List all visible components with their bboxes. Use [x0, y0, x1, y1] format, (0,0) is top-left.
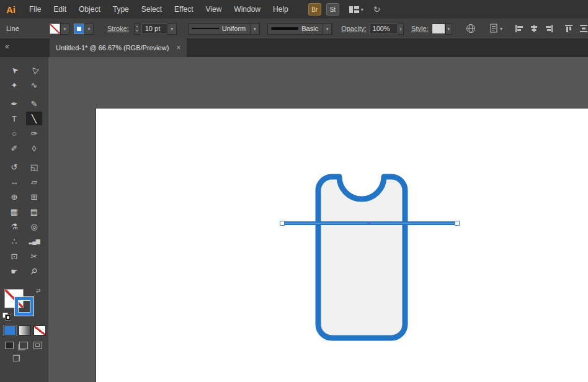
line-segment-tool[interactable]: ╲: [26, 112, 42, 125]
tool-row: ✒ ✎: [0, 97, 48, 110]
shape-builder-tool[interactable]: ⊕: [6, 190, 22, 203]
menu-edit[interactable]: Edit: [47, 0, 73, 19]
blend-tool[interactable]: ◎: [26, 220, 42, 233]
menu-select[interactable]: Select: [135, 0, 168, 19]
width-tool[interactable]: ↔: [6, 175, 22, 189]
brush-chevron-icon[interactable]: ▾: [323, 23, 332, 35]
ellipse-tool[interactable]: ○: [6, 127, 22, 140]
stroke-weight-value[interactable]: 10 pt: [141, 24, 167, 34]
draw-behind-icon[interactable]: [19, 342, 28, 349]
artboard-tool[interactable]: ⊡: [6, 249, 22, 263]
style-chevron-icon[interactable]: ▾: [445, 23, 452, 35]
zoom-tool[interactable]: ⚲: [26, 264, 42, 278]
paintbrush-tool[interactable]: ✑: [26, 127, 42, 140]
fill-chevron-icon[interactable]: ▾: [60, 23, 69, 35]
stroke-color-swatch[interactable]: [74, 24, 84, 34]
illustrator-logo: Ai: [6, 4, 16, 15]
menu-effect[interactable]: Effect: [168, 0, 199, 19]
document-setup-button[interactable]: ▾: [489, 24, 502, 33]
menu-type[interactable]: Type: [107, 0, 135, 19]
free-transform-tool[interactable]: ▱: [26, 175, 42, 189]
collapse-panel-icon[interactable]: «: [5, 42, 9, 51]
default-fill-stroke-icon[interactable]: [2, 313, 12, 321]
document-tab[interactable]: Untitled-1* @ 66.67% (RGB/Preview) ×: [50, 38, 187, 57]
recolor-artwork-button[interactable]: [466, 24, 476, 33]
opacity-more-icon[interactable]: ›: [398, 23, 404, 35]
align-left-icon: [515, 24, 523, 33]
none-button[interactable]: [33, 326, 46, 335]
stroke-profile-chevron-icon[interactable]: ▾: [250, 23, 259, 35]
stepper-down-icon[interactable]: ▾: [135, 29, 140, 33]
stroke-chevron-icon[interactable]: ▾: [84, 23, 94, 35]
anchor-handle-left[interactable]: [280, 221, 285, 226]
column-graph-tool[interactable]: ▂▄▆: [26, 234, 42, 248]
style-swatch[interactable]: [432, 24, 445, 34]
align-center-icon: [530, 24, 538, 33]
stroke-swatch-blue[interactable]: [15, 297, 33, 316]
color-button[interactable]: [4, 326, 16, 335]
perspective-grid-tool[interactable]: ⊞: [26, 190, 42, 203]
menu-file[interactable]: File: [23, 0, 47, 19]
tool-row: ⊡ ✂: [0, 249, 48, 263]
canvas-area[interactable]: [48, 57, 588, 382]
menu-help[interactable]: Help: [267, 0, 295, 19]
stroke-label[interactable]: Stroke:: [107, 25, 129, 32]
fill-color-swatch[interactable]: [50, 24, 60, 34]
pen-tool[interactable]: ✒: [6, 97, 22, 110]
drawing-mode-buttons: [5, 342, 42, 349]
stroke-weight-chevron-icon[interactable]: ▾: [167, 23, 177, 35]
bridge-button[interactable]: Br: [308, 3, 321, 16]
tool-row: ○ ✑: [0, 127, 48, 140]
lasso-tool[interactable]: ∿: [26, 78, 42, 92]
magic-wand-tool[interactable]: ✦: [6, 78, 22, 92]
curvature-tool[interactable]: ✎: [26, 97, 42, 110]
pencil-tool[interactable]: ✐: [6, 141, 22, 155]
document-tab-bar: « Untitled-1* @ 66.67% (RGB/Preview) ×: [0, 38, 588, 57]
direct-selection-tool[interactable]: ▷: [26, 63, 42, 77]
opacity-input[interactable]: 100%: [369, 24, 398, 34]
stroke-profile-select[interactable]: Uniform ▾: [188, 23, 261, 35]
menu-window[interactable]: Window: [228, 0, 267, 19]
swap-fill-stroke-icon[interactable]: ⇄: [36, 288, 41, 294]
symbol-sprayer-tool[interactable]: ∴: [6, 234, 22, 248]
workspace-switcher-button[interactable]: ▾: [349, 6, 363, 13]
draw-normal-icon[interactable]: [5, 342, 14, 349]
selection-tool[interactable]: ➤: [6, 63, 22, 77]
menubar: Ai File Edit Object Type Select Effect V…: [0, 0, 588, 19]
close-icon[interactable]: ×: [176, 43, 180, 52]
type-tool[interactable]: T: [6, 112, 22, 125]
fill-color-control[interactable]: ▾: [50, 23, 69, 35]
slice-tool[interactable]: ✂: [26, 249, 42, 263]
gradient-button[interactable]: [19, 326, 31, 335]
align-left-button[interactable]: [515, 24, 523, 33]
opacity-label[interactable]: Opacity:: [341, 25, 366, 32]
menu-view[interactable]: View: [200, 0, 228, 19]
eyedropper-tool[interactable]: ⚗: [6, 220, 22, 233]
draw-inside-icon[interactable]: [33, 342, 42, 349]
sync-icon[interactable]: ↻: [373, 4, 381, 14]
center-point-handle[interactable]: [368, 222, 371, 225]
distribute-button[interactable]: [579, 24, 588, 33]
stroke-weight-select[interactable]: 10 pt ▾: [141, 23, 177, 35]
eraser-tool[interactable]: ◊: [26, 141, 42, 155]
gradient-tool[interactable]: ▤: [26, 205, 42, 218]
stroke-weight-stepper[interactable]: ▴ ▾: [134, 23, 140, 35]
screen-mode-icon[interactable]: ❐: [12, 353, 20, 363]
document-icon: [489, 24, 498, 33]
artboard[interactable]: [96, 109, 588, 382]
brush-definition-select[interactable]: Basic ▾: [267, 23, 332, 35]
rotate-tool[interactable]: ↺: [6, 160, 22, 174]
menu-object[interactable]: Object: [73, 0, 107, 19]
stock-button[interactable]: St: [326, 3, 339, 16]
align-right-button[interactable]: [545, 24, 553, 33]
stepper-up-icon[interactable]: ▴: [135, 24, 140, 29]
stroke-color-control[interactable]: ▾: [74, 23, 94, 35]
style-label[interactable]: Style:: [411, 25, 429, 32]
align-center-button[interactable]: [530, 24, 538, 33]
anchor-handle-right[interactable]: [455, 221, 460, 226]
notched-rectangle-shape[interactable]: [318, 177, 405, 338]
align-top-button[interactable]: [564, 24, 573, 33]
scale-tool[interactable]: ◱: [26, 160, 42, 174]
mesh-tool[interactable]: ▦: [6, 205, 22, 218]
hand-tool[interactable]: ☛: [6, 264, 22, 278]
